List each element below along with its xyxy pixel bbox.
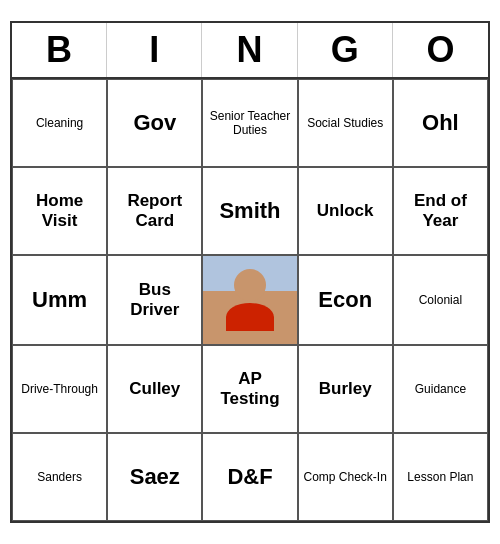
header-letter-b: B (12, 23, 107, 77)
cell-r2-c4: Colonial (393, 255, 488, 345)
cell-r1-c1: Report Card (107, 167, 202, 255)
cell-r2-c0: Umm (12, 255, 107, 345)
header-letter-g: G (298, 23, 393, 77)
cell-r0-c3: Social Studies (298, 79, 393, 167)
cell-r0-c4: Ohl (393, 79, 488, 167)
cell-r4-c0: Sanders (12, 433, 107, 521)
header-letter-o: O (393, 23, 488, 77)
cell-r4-c1: Saez (107, 433, 202, 521)
cell-r3-c2: AP Testing (202, 345, 297, 433)
cell-r1-c4: End of Year (393, 167, 488, 255)
cell-r1-c3: Unlock (298, 167, 393, 255)
cell-r0-c2: Senior Teacher Duties (202, 79, 297, 167)
cell-r3-c3: Burley (298, 345, 393, 433)
cell-r0-c0: Cleaning (12, 79, 107, 167)
cell-r0-c1: Gov (107, 79, 202, 167)
cell-r4-c4: Lesson Plan (393, 433, 488, 521)
header-letter-n: N (202, 23, 297, 77)
cell-r2-c1: Bus Driver (107, 255, 202, 345)
bingo-header: BINGO (12, 23, 488, 77)
cell-r4-c3: Comp Check-In (298, 433, 393, 521)
bingo-card: BINGO CleaningGovSenior Teacher DutiesSo… (10, 21, 490, 523)
cell-r2-c3: Econ (298, 255, 393, 345)
cell-r3-c0: Drive-Through (12, 345, 107, 433)
cell-r4-c2: D&F (202, 433, 297, 521)
cell-r2-c2 (202, 255, 297, 345)
cell-r3-c1: Culley (107, 345, 202, 433)
cell-r3-c4: Guidance (393, 345, 488, 433)
cell-r1-c0: Home Visit (12, 167, 107, 255)
header-letter-i: I (107, 23, 202, 77)
cell-r1-c2: Smith (202, 167, 297, 255)
bingo-grid: CleaningGovSenior Teacher DutiesSocial S… (12, 77, 488, 521)
